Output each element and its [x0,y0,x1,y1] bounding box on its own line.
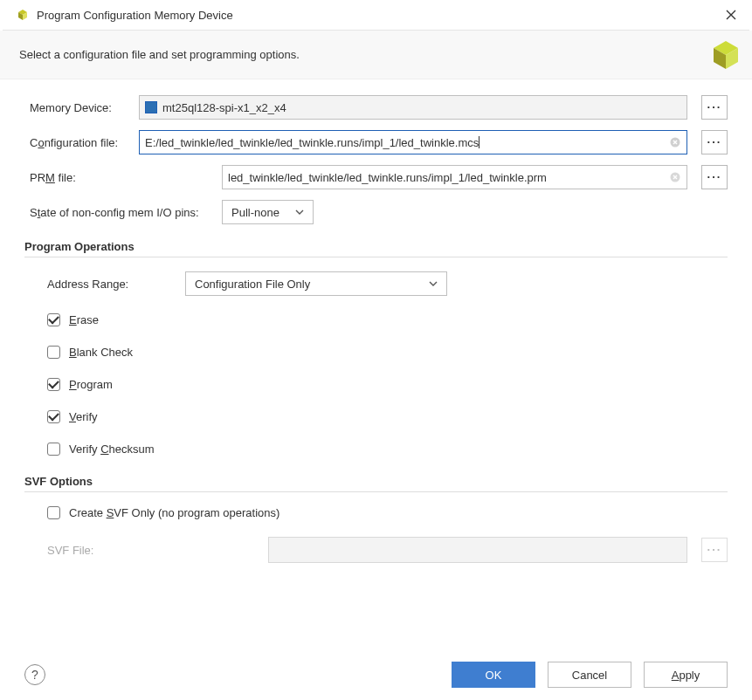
content-area: Memory Device: mt25ql128-spi-x1_x2_x4 ··… [0,79,752,572]
footer: ? OK Cancel Apply [24,662,728,688]
ok-button[interactable]: OK [452,662,535,688]
prm-file-label: PRM file: [30,171,213,184]
help-button[interactable]: ? [24,664,45,685]
memory-device-field: mt25ql128-spi-x1_x2_x4 [139,95,687,120]
svf-file-browse-button: ··· [701,538,728,562]
dialog-title: Program Configuration Memory Device [37,9,721,22]
prm-file-input[interactable]: led_twinkle/led_twinkle/led_twinkle.runs… [222,165,687,189]
svf-options-heading: SVF Options [24,475,728,488]
verify-label: Verify [69,410,98,423]
chevron-down-icon [295,209,304,215]
program-label: Program [69,378,113,391]
vivado-logo-icon [708,38,743,75]
create-svf-only-label: Create SVF Only (no program operations) [69,506,279,519]
address-range-value: Configuration File Only [195,278,310,291]
program-checkbox[interactable] [47,378,60,391]
chevron-down-icon [429,281,438,286]
memory-device-browse-button[interactable]: ··· [701,95,728,120]
blank-check-label: Blank Check [69,346,133,359]
prm-file-browse-button[interactable]: ··· [701,165,728,189]
cancel-button[interactable]: Cancel [548,662,631,688]
io-state-value: Pull-none [231,206,279,219]
io-state-label: State of non-config mem I/O pins: [30,206,213,219]
prm-file-value: led_twinkle/led_twinkle/led_twinkle.runs… [228,171,669,184]
svf-file-input [268,537,687,563]
prm-file-clear-icon[interactable] [669,171,681,183]
config-file-label: Configuration file: [30,136,130,149]
config-file-clear-icon[interactable] [669,136,681,148]
config-file-input[interactable]: E:/led_twinkle/led_twinkle/led_twinkle.r… [139,130,687,154]
verify-checkbox[interactable] [47,410,60,423]
blank-check-checkbox[interactable] [47,346,60,359]
banner: Select a configuration file and set prog… [0,31,752,79]
io-state-dropdown[interactable]: Pull-none [222,200,314,224]
address-range-label: Address Range: [47,278,161,291]
program-operations-heading: Program Operations [24,240,728,253]
erase-label: Erase [69,313,99,326]
config-file-browse-button[interactable]: ··· [701,130,728,154]
svf-file-label: SVF File: [47,544,93,557]
chip-icon [145,101,157,113]
create-svf-only-checkbox[interactable] [47,506,60,519]
apply-button[interactable]: Apply [644,662,728,688]
memory-device-value: mt25ql128-spi-x1_x2_x4 [162,101,681,114]
address-range-dropdown[interactable]: Configuration File Only [185,271,447,296]
close-button[interactable] [721,4,742,25]
program-config-dialog: Program Configuration Memory Device Sele… [0,0,752,700]
memory-device-label: Memory Device: [30,101,130,114]
config-file-value: E:/led_twinkle/led_twinkle/led_twinkle.r… [145,136,669,149]
verify-checksum-label: Verify Checksum [69,443,155,456]
app-icon [16,8,30,22]
verify-checksum-checkbox[interactable] [47,443,60,456]
erase-checkbox[interactable] [47,313,60,326]
banner-text: Select a configuration file and set prog… [19,48,300,61]
title-bar: Program Configuration Memory Device [0,0,752,30]
